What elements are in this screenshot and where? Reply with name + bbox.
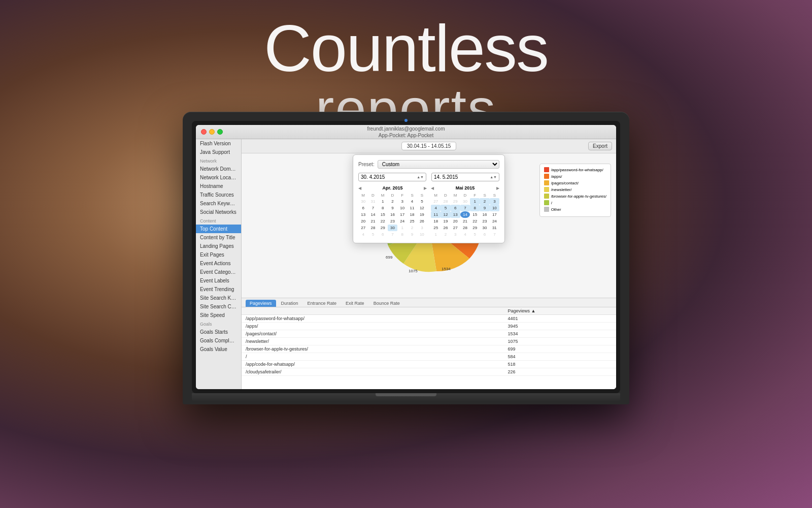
- date-from-input[interactable]: 30. 4.2015 ▲▼: [358, 173, 426, 181]
- sidebar: Flash Version Java Support Network Netwo…: [196, 139, 242, 389]
- table-cell-url: /app/code-for-whatsapp/: [242, 361, 504, 368]
- table-cell-value: 226: [504, 368, 616, 376]
- sidebar-section-content: Content: [196, 216, 241, 225]
- tab-entrance-rate[interactable]: Entrance Rate: [303, 300, 341, 307]
- sidebar-item-top-content[interactable]: Top Content: [196, 225, 241, 233]
- export-button[interactable]: Export: [588, 142, 612, 150]
- table-row[interactable]: /apps/3945: [242, 323, 616, 330]
- cal-april-next[interactable]: ▶: [424, 186, 427, 190]
- legend-color-4: [544, 187, 549, 192]
- sidebar-item-hostname[interactable]: Hostname: [196, 182, 241, 190]
- sidebar-item-exit-pages[interactable]: Exit Pages: [196, 250, 241, 259]
- data-table: Pageviews ▲ /app/password-for-whatsapp/4…: [242, 307, 616, 376]
- calendar-mai: ◀ Mai 2015 ▶ M D M D F: [431, 185, 499, 238]
- date-to-input[interactable]: 14. 5.2015 ▲▼: [431, 173, 499, 181]
- window-title: freundt.janniklas@googlemail.com App-Poc…: [367, 125, 445, 139]
- legend-item-6: /: [544, 200, 606, 205]
- legend-label-3: /pages/contact/: [551, 181, 579, 185]
- sidebar-item-site-search-cate[interactable]: Site Search Cate...: [196, 302, 241, 311]
- sidebar-item-content-by-title[interactable]: Content by Title: [196, 233, 241, 242]
- table-row[interactable]: /pages/contact/1534: [242, 330, 616, 338]
- toolbar: 30.04.15 - 14.05.15 Export: [242, 139, 616, 153]
- hinge-area: [376, 393, 436, 396]
- chart-label-5: 699: [386, 255, 393, 260]
- preset-select[interactable]: Custom Last 7 days Last 30 days This mon…: [378, 160, 499, 169]
- legend-label-7: Other: [551, 207, 561, 212]
- maximize-button[interactable]: [217, 129, 223, 135]
- date-from-stepper[interactable]: ▲▼: [417, 175, 424, 179]
- date-to-stepper[interactable]: ▲▼: [490, 175, 497, 179]
- table-row[interactable]: /newsletter/1075: [242, 338, 616, 345]
- table-row[interactable]: /browser-for-apple-tv-gestures/699: [242, 345, 616, 353]
- sidebar-item-java-support[interactable]: Java Support: [196, 148, 241, 156]
- sidebar-section-network: Network: [196, 156, 241, 165]
- cal-april-prev[interactable]: ◀: [358, 186, 361, 190]
- sidebar-item-event-actions[interactable]: Event Actions: [196, 259, 241, 268]
- table-body: /app/password-for-whatsapp/4401/apps/394…: [242, 315, 616, 376]
- sidebar-item-network-domain[interactable]: Network Domain: [196, 165, 241, 173]
- table-cell-url: /newsletter/: [242, 338, 504, 345]
- tab-exit-rate[interactable]: Exit Rate: [342, 300, 368, 307]
- legend-color-3: [544, 180, 549, 185]
- sidebar-item-event-categories[interactable]: Event Categories: [196, 268, 241, 276]
- sidebar-item-social-networks[interactable]: Social Networks: [196, 208, 241, 216]
- sidebar-item-event-labels[interactable]: Event Labels: [196, 276, 241, 285]
- calendar-dropdown: Preset: Custom Last 7 days Last 30 days …: [353, 154, 505, 243]
- title-bar: freundt.janniklas@googlemail.com App-Poc…: [196, 125, 616, 139]
- sidebar-item-goals-starts[interactable]: Goals Starts: [196, 328, 241, 336]
- sidebar-item-goals-completions[interactable]: Goals Completions: [196, 336, 241, 345]
- sidebar-item-site-speed[interactable]: Site Speed: [196, 311, 241, 320]
- sidebar-item-search-keywords[interactable]: Search Keywords: [196, 199, 241, 208]
- sidebar-item-site-search-key[interactable]: Site Search Key...: [196, 294, 241, 302]
- cal-mai-prev[interactable]: ◀: [431, 186, 434, 190]
- cal-april-grid: M D M D F S S 30 31: [358, 193, 427, 238]
- calendars-container: ◀ Apr. 2015 ▶ M D M D: [358, 185, 499, 238]
- col-header-url[interactable]: [242, 307, 504, 315]
- date-range-button[interactable]: 30.04.15 - 14.05.15: [401, 142, 457, 150]
- tab-pageviews[interactable]: Pageviews: [246, 300, 276, 307]
- legend-item-1: /app/password-for-whatsapp/: [544, 167, 606, 172]
- table-cell-value: 1075: [504, 338, 616, 345]
- legend-color-2: [544, 174, 549, 179]
- cal-mai-header: ◀ Mai 2015 ▶: [431, 185, 499, 190]
- table-cell-value: 699: [504, 345, 616, 353]
- table-row[interactable]: /app/code-for-whatsapp/518: [242, 361, 616, 368]
- legend-item-3: /pages/contact/: [544, 180, 606, 185]
- date-inputs: 30. 4.2015 ▲▼ 14. 5.2015 ▲▼: [358, 173, 499, 181]
- heading-countless: Countless: [0, 10, 812, 86]
- legend-label-6: /: [551, 201, 552, 205]
- sidebar-item-landing-pages[interactable]: Landing Pages: [196, 242, 241, 250]
- table-cell-value: 4401: [504, 315, 616, 323]
- legend-color-1: [544, 167, 549, 172]
- chart-label-3: 1534: [442, 267, 451, 271]
- table-cell-value: 3945: [504, 323, 616, 330]
- sidebar-item-goals-value[interactable]: Goals Value: [196, 345, 241, 354]
- cal-april-header: ◀ Apr. 2015 ▶: [358, 185, 427, 190]
- mac-window: freundt.janniklas@googlemail.com App-Poc…: [196, 125, 616, 389]
- traffic-lights: [201, 129, 223, 135]
- sidebar-item-traffic-sources[interactable]: Traffic Sources: [196, 190, 241, 199]
- tab-duration[interactable]: Duration: [277, 300, 302, 307]
- table-row[interactable]: /cloudysafetrailer/226: [242, 368, 616, 376]
- table-cell-value: 584: [504, 353, 616, 361]
- table-row[interactable]: /app/password-for-whatsapp/4401: [242, 315, 616, 323]
- tab-bounce-rate[interactable]: Bounce Rate: [369, 300, 404, 307]
- tab-row: Pageviews Duration Entrance Rate Exit Ra…: [242, 298, 616, 307]
- sidebar-item-network-location[interactable]: Network Location: [196, 173, 241, 182]
- cal-mai-next[interactable]: ▶: [496, 186, 499, 190]
- minimize-button[interactable]: [209, 129, 215, 135]
- window-content: Flash Version Java Support Network Netwo…: [196, 139, 616, 389]
- table-cell-url: /app/password-for-whatsapp/: [242, 315, 504, 323]
- sidebar-item-event-trending[interactable]: Event Trending: [196, 285, 241, 294]
- table-row[interactable]: /584: [242, 353, 616, 361]
- legend-label-2: /apps/: [551, 174, 562, 179]
- col-header-pageviews[interactable]: Pageviews ▲: [504, 307, 616, 315]
- table-cell-value: 518: [504, 361, 616, 368]
- legend-color-7: [544, 207, 549, 212]
- laptop-bottom: [192, 393, 620, 401]
- calendar-april: ◀ Apr. 2015 ▶ M D M D: [358, 185, 427, 238]
- sidebar-item-flash-version[interactable]: Flash Version: [196, 139, 241, 148]
- chart-label-4: 1075: [409, 269, 418, 273]
- close-button[interactable]: [201, 129, 207, 135]
- cal-mai-grid: M D M D F S S 27 28: [431, 193, 499, 238]
